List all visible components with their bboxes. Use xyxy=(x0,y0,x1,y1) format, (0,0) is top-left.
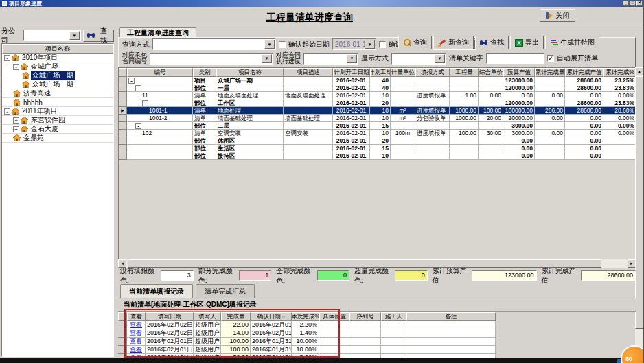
grid-row[interactable]: 部位休闲区2016-02-01200.000.00 xyxy=(119,137,635,145)
find-button[interactable]: 查找 xyxy=(475,36,509,49)
minimize-icon[interactable]: _ xyxy=(623,1,629,6)
grid-column-header[interactable]: 填报方式 xyxy=(415,68,450,77)
new-search-button[interactable]: 新查询 xyxy=(433,36,474,49)
company-select[interactable]: ▼ xyxy=(23,30,81,41)
record-row[interactable]: 查看2016年02月01日超级用户100.002016年01月31日10.00% xyxy=(118,338,496,346)
chevron-down-icon[interactable]: ▼ xyxy=(435,54,445,63)
grid-column-header[interactable]: 项目名称 xyxy=(216,68,284,77)
grid-column-header[interactable]: 计划工期 xyxy=(370,68,391,77)
grid-row[interactable]: 部位生活区2016-02-01150.000.00 xyxy=(119,145,635,152)
view-link[interactable]: 查看 xyxy=(130,338,142,344)
records-column-header[interactable]: 完成量 xyxy=(221,312,251,321)
scrollbar-thumb[interactable] xyxy=(635,76,643,329)
vertical-scrollbar[interactable]: ▲ ▼ xyxy=(635,67,643,358)
view-link[interactable]: 查看 xyxy=(130,329,142,336)
tree-header[interactable]: 项目名称 xyxy=(2,44,113,54)
tree-item[interactable]: 济青高速 xyxy=(2,89,113,98)
records-column-header[interactable]: 本次完成% xyxy=(292,312,319,321)
record-row[interactable]: 查看2016年02月02日超级用户22.002016年02月01日2.20% xyxy=(118,321,496,329)
collapse-icon[interactable]: - xyxy=(4,55,10,61)
grid-column-header[interactable]: 预算产值 xyxy=(503,68,535,77)
chevron-down-icon[interactable]: ▼ xyxy=(264,40,275,49)
records-column-header[interactable]: 确认日期▽ xyxy=(251,312,292,321)
row-indicator xyxy=(118,346,127,354)
tree-item[interactable]: 众城广场二期 xyxy=(2,80,113,89)
tab-progress-query[interactable]: 工程量清单进度查询 xyxy=(119,27,196,38)
grid-row[interactable]: 1001-2清单墙面基础处理墙面基础处理2016-02-0110m²分包验收单1… xyxy=(119,115,635,122)
grid-row[interactable]: ▶1001-1清单地面处理2016-02-0110m²进度填报单1000.001… xyxy=(119,107,635,115)
grid-row[interactable]: 部位接待区2016-02-01100.000.00 xyxy=(119,152,635,160)
grid-body: -项目众城广场一期2016-02-0140123000.0028600.0023… xyxy=(119,77,635,160)
record-row[interactable]: 查看2016年02月02日超级用户14.002016年02月01日1.40% xyxy=(118,329,496,338)
records-column-header[interactable]: 具体位置 xyxy=(319,312,349,321)
view-link[interactable]: 查看 xyxy=(130,346,142,353)
house-icon xyxy=(21,63,28,70)
grid-column-header[interactable]: 工程量 xyxy=(450,68,479,77)
records-column-header[interactable]: 查看 xyxy=(127,312,146,321)
collapse-icon[interactable]: - xyxy=(4,108,10,115)
tree-item[interactable]: 金鼎苑 xyxy=(2,134,113,143)
grid-column-header[interactable]: 累计完成量 xyxy=(535,68,565,77)
grid-cell xyxy=(450,152,479,160)
collapse-icon[interactable]: - xyxy=(142,100,148,106)
grid-column-header[interactable]: 类别 xyxy=(193,68,216,77)
grid-column-header[interactable]: 综合单价 xyxy=(479,68,503,77)
grid-column-header[interactable]: 计划开工日期 xyxy=(333,68,370,77)
confirm-start-date[interactable]: 2016-01-19 ▼ xyxy=(332,38,376,50)
grid-row[interactable]: -部位二层2016-02-01153000.000.000.00% xyxy=(119,122,635,130)
expand-icon[interactable]: + xyxy=(13,117,19,124)
view-link[interactable]: 查看 xyxy=(130,321,142,328)
grid-row[interactable]: 102清单空调安装空调安装2016-02-0110100m进度填报单100.00… xyxy=(119,130,635,137)
records-column-header[interactable]: 施工人 xyxy=(381,312,406,321)
grid-column-header[interactable]: 累计完成% xyxy=(603,68,636,77)
chevron-down-icon[interactable]: ▼ xyxy=(262,54,272,63)
records-column-header[interactable]: 备注 xyxy=(406,312,496,321)
chevron-down-icon[interactable]: ▼ xyxy=(69,31,80,40)
row-indicator xyxy=(119,92,127,99)
contract-no-select[interactable]: ▼ xyxy=(150,53,273,65)
keyword-input[interactable] xyxy=(486,53,544,64)
auto-expand-checkbox[interactable]: ✓ xyxy=(547,55,554,62)
find-button[interactable]: 查找 xyxy=(83,30,114,42)
chevron-down-icon[interactable]: ▼ xyxy=(347,54,357,63)
contract-progress-select[interactable]: ▼ xyxy=(303,53,358,65)
records-column-header[interactable]: 填写人 xyxy=(194,312,221,321)
tab-current-records[interactable]: 当前清单填报记录 xyxy=(120,284,193,298)
grid-cell: 0.00 xyxy=(565,152,603,160)
grid-row[interactable]: -部位一层2016-02-0140120000.0028600.0023.83% xyxy=(119,84,635,92)
scroll-up-icon[interactable]: ▲ xyxy=(635,67,643,75)
grid-column-header[interactable]: 编号 xyxy=(127,68,193,77)
records-column-header[interactable]: 序列号 xyxy=(349,312,381,321)
close-window-icon[interactable]: ✕ xyxy=(636,1,643,6)
close-button[interactable]: 关闭 xyxy=(540,9,575,22)
grid-column-header[interactable]: 计量单位 xyxy=(391,68,415,77)
grid-row[interactable]: -项目众城广场一期2016-02-0140123000.0028600.0023… xyxy=(119,77,635,84)
keyword-label: 清单关键字 xyxy=(449,54,483,63)
grid-row[interactable]: 11清单地面及墙面处理地面及墙面处理2016-02-0110进度填报单1.000… xyxy=(119,92,635,99)
search-button[interactable]: 查询 xyxy=(398,36,432,49)
grid-row[interactable]: -部位工作区2016-02-0120120000.0028600.0023.83… xyxy=(119,99,635,107)
record-row[interactable]: 查看2016年02月01日超级用户100.002016年01月31日10.00% xyxy=(118,346,496,354)
collapse-icon[interactable]: - xyxy=(135,123,141,129)
expand-icon[interactable]: + xyxy=(13,126,19,132)
grid-column-header[interactable]: 项目描述 xyxy=(284,68,333,77)
collapse-icon[interactable]: - xyxy=(13,64,19,70)
query-row-2: 对应承包合同编号 ▼ 对应合同执行进度 ▼ 显示方式 ▼ 清单关键字 ✓ 自动展… xyxy=(122,52,598,65)
gantt-button[interactable]: 生成甘特图 xyxy=(545,36,599,49)
export-excel-button[interactable]: 导出 xyxy=(510,36,544,49)
records-column-header[interactable]: 填写日期 xyxy=(146,312,194,321)
grid-cell: 1001-1 xyxy=(127,107,193,115)
confirm-end-checkbox[interactable] xyxy=(379,41,386,48)
query-mode-select[interactable]: ▼ xyxy=(152,38,276,50)
display-mode-select[interactable]: ▼ xyxy=(391,53,446,65)
tree-item[interactable]: +金石大厦 xyxy=(2,125,113,134)
grid-cell: 生活区 xyxy=(216,145,284,152)
collapse-icon[interactable]: - xyxy=(128,78,135,84)
chevron-down-icon[interactable]: ▼ xyxy=(365,40,375,49)
confirm-start-checkbox[interactable] xyxy=(279,41,286,48)
grid-column-header[interactable]: 累计完成产值 xyxy=(565,68,603,77)
collapse-icon[interactable]: - xyxy=(135,85,141,91)
restore-icon[interactable]: □ xyxy=(630,1,636,6)
tab-completion-summary[interactable]: 清单完成汇总 xyxy=(196,284,255,298)
tree-item-label: 金石大厦 xyxy=(30,124,60,134)
